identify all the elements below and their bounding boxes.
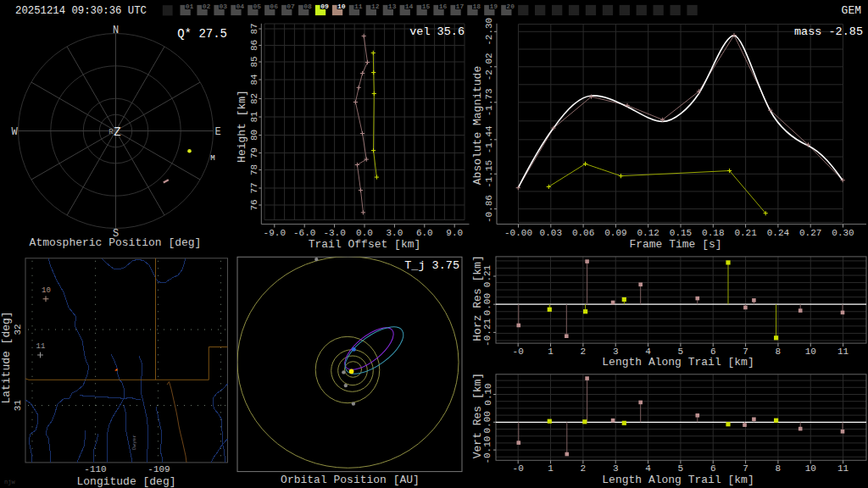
svg-text:-109: -109 <box>147 464 170 474</box>
svg-text:6: 6 <box>710 347 716 357</box>
svg-text:-0: -0 <box>513 347 524 357</box>
svg-text:15: 15 <box>422 3 431 10</box>
svg-text:06: 06 <box>270 3 278 10</box>
svg-text:0.10: 0.10 <box>483 383 493 405</box>
svg-text:Length Along Trail [km]: Length Along Trail [km] <box>602 474 754 486</box>
svg-text:01: 01 <box>186 3 194 10</box>
svg-text:9.0: 9.0 <box>446 228 463 238</box>
svg-text:08: 08 <box>303 3 312 10</box>
svg-text:81: 81 <box>249 111 259 123</box>
svg-text:79: 79 <box>249 147 259 158</box>
svg-text:10: 10 <box>805 347 816 357</box>
svg-text:Dwyer: Dwyer <box>131 435 137 450</box>
svg-text:-0.21: -0.21 <box>483 318 493 346</box>
svg-text:3: 3 <box>613 347 619 357</box>
svg-text:T_j 3.75: T_j 3.75 <box>404 259 459 272</box>
svg-text:0.24: 0.24 <box>767 228 790 238</box>
svg-text:0.12: 0.12 <box>637 228 659 238</box>
svg-text:njw: njw <box>4 479 15 485</box>
svg-text:-0.00: -0.00 <box>504 228 532 238</box>
svg-text:5: 5 <box>678 347 684 357</box>
svg-text:07: 07 <box>287 3 295 10</box>
svg-text:-1.15: -1.15 <box>484 160 494 188</box>
svg-text:0.27: 0.27 <box>799 228 821 238</box>
svg-text:-0: -0 <box>513 463 524 474</box>
svg-text:0.03: 0.03 <box>540 228 562 238</box>
svg-text:13: 13 <box>388 3 397 10</box>
svg-text:8: 8 <box>776 463 782 474</box>
svg-text:14: 14 <box>405 3 414 10</box>
svg-text:4: 4 <box>645 463 651 474</box>
svg-text:0.21: 0.21 <box>734 228 757 238</box>
svg-text:84: 84 <box>249 74 259 86</box>
svg-text:0.09: 0.09 <box>604 228 626 238</box>
svg-text:Q* 27.5: Q* 27.5 <box>177 27 227 41</box>
svg-text:Absolute Magnitude: Absolute Magnitude <box>471 66 484 185</box>
svg-text:10: 10 <box>337 3 346 10</box>
svg-text:7: 7 <box>743 347 748 357</box>
svg-text:M: M <box>210 154 214 163</box>
svg-text:10: 10 <box>805 463 816 474</box>
svg-text:20: 20 <box>506 3 515 10</box>
svg-text:2: 2 <box>581 463 587 474</box>
svg-text:16: 16 <box>439 3 448 10</box>
svg-text:Horz Res [km]: Horz Res [km] <box>471 255 484 341</box>
svg-text:Latitude [deg]: Latitude [deg] <box>0 311 13 403</box>
svg-text:Length Along Trail [km]: Length Along Trail [km] <box>602 356 754 369</box>
svg-text:-2.30: -2.30 <box>484 18 494 46</box>
svg-text:-9.0: -9.0 <box>264 228 286 238</box>
svg-text:Z: Z <box>114 125 120 139</box>
svg-text:86: 86 <box>249 40 259 51</box>
svg-text:-1.73: -1.73 <box>484 88 494 116</box>
svg-text:12: 12 <box>371 3 380 10</box>
svg-text:Orbital Position [AU]: Orbital Position [AU] <box>281 474 420 486</box>
svg-text:11: 11 <box>354 3 363 10</box>
svg-text:87: 87 <box>249 23 259 34</box>
svg-text:E: E <box>214 126 220 138</box>
svg-text:04: 04 <box>236 3 244 10</box>
svg-text:N: N <box>113 25 119 36</box>
svg-text:Height [km]: Height [km] <box>236 90 248 163</box>
svg-text:6: 6 <box>710 463 716 474</box>
svg-text:0.00: 0.00 <box>483 411 493 433</box>
svg-text:1: 1 <box>548 463 554 474</box>
svg-text:11: 11 <box>837 347 849 357</box>
svg-text:0.15: 0.15 <box>670 228 692 238</box>
svg-text:-6.0: -6.0 <box>293 228 315 238</box>
svg-text:7: 7 <box>743 463 748 474</box>
svg-text:GEM: GEM <box>842 4 861 17</box>
svg-text:11: 11 <box>837 463 849 474</box>
svg-text:0.18: 0.18 <box>702 228 724 238</box>
svg-text:0.30: 0.30 <box>832 228 854 238</box>
svg-text:19: 19 <box>489 3 498 10</box>
svg-text:5: 5 <box>678 463 684 474</box>
svg-text:05: 05 <box>253 3 261 10</box>
svg-text:10: 10 <box>42 286 51 295</box>
svg-text:Frame Time [s]: Frame Time [s] <box>629 238 721 251</box>
svg-text:8: 8 <box>776 347 782 357</box>
svg-text:18: 18 <box>473 3 481 10</box>
svg-text:1: 1 <box>548 347 554 357</box>
svg-text:20251214 09:30:36 UTC: 20251214 09:30:36 UTC <box>15 5 147 17</box>
svg-text:Trail Offset [km]: Trail Offset [km] <box>309 238 421 251</box>
svg-text:09: 09 <box>320 3 329 10</box>
svg-text:2: 2 <box>581 347 587 357</box>
svg-text:77: 77 <box>249 182 259 193</box>
svg-text:32: 32 <box>13 324 23 335</box>
svg-text:3: 3 <box>613 463 619 474</box>
svg-text:-2.02: -2.02 <box>484 53 494 80</box>
svg-text:0.00: 0.00 <box>483 293 493 315</box>
svg-text:0.21: 0.21 <box>483 264 493 287</box>
svg-text:-0.10: -0.10 <box>483 436 493 464</box>
svg-text:85: 85 <box>249 56 259 67</box>
svg-text:-1.44: -1.44 <box>484 125 494 153</box>
svg-text:-0.86: -0.86 <box>484 195 494 223</box>
svg-text:6.0: 6.0 <box>416 228 433 238</box>
svg-text:11: 11 <box>36 342 46 351</box>
svg-text:Longitude [deg]: Longitude [deg] <box>76 475 175 488</box>
svg-text:Vert Res [km]: Vert Res [km] <box>471 373 484 458</box>
svg-text:mass -2.85: mass -2.85 <box>794 25 863 38</box>
svg-text:Atmospheric Position [deg]: Atmospheric Position [deg] <box>30 236 202 249</box>
svg-text:3.0: 3.0 <box>386 228 403 238</box>
svg-text:-3.0: -3.0 <box>323 228 345 238</box>
